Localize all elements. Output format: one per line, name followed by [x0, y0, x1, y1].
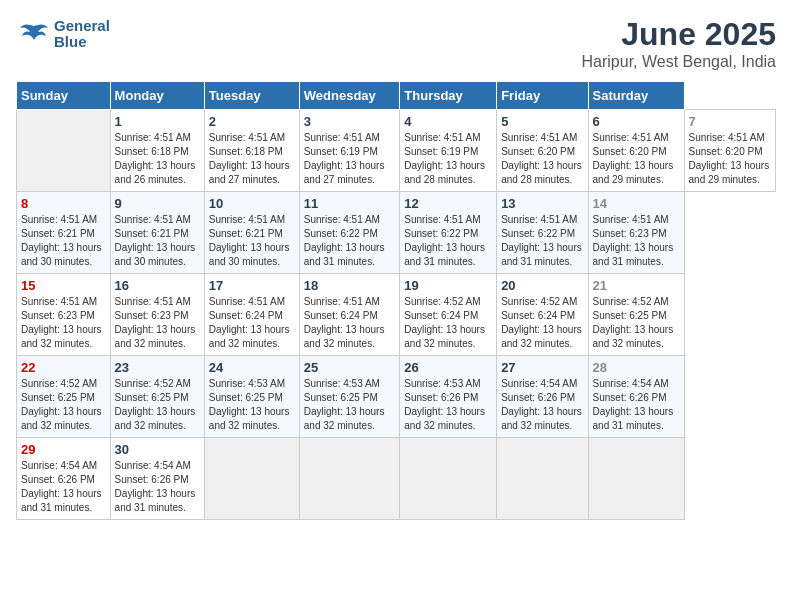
- day-number: 30: [115, 442, 200, 457]
- day-number: 23: [115, 360, 200, 375]
- day-info: Sunrise: 4:51 AMSunset: 6:24 PMDaylight:…: [209, 295, 295, 351]
- calendar-cell: 1Sunrise: 4:51 AMSunset: 6:18 PMDaylight…: [110, 110, 204, 192]
- weekday-header-thursday: Thursday: [400, 82, 497, 110]
- day-number: 6: [593, 114, 680, 129]
- day-number: 3: [304, 114, 396, 129]
- day-info: Sunrise: 4:51 AMSunset: 6:19 PMDaylight:…: [304, 131, 396, 187]
- weekday-header-row: SundayMondayTuesdayWednesdayThursdayFrid…: [17, 82, 776, 110]
- location-title: Haripur, West Bengal, India: [582, 53, 776, 71]
- week-row-4: 22Sunrise: 4:52 AMSunset: 6:25 PMDayligh…: [17, 356, 776, 438]
- calendar-cell: 18Sunrise: 4:51 AMSunset: 6:24 PMDayligh…: [299, 274, 400, 356]
- calendar-cell: 27Sunrise: 4:54 AMSunset: 6:26 PMDayligh…: [497, 356, 588, 438]
- day-info: Sunrise: 4:51 AMSunset: 6:18 PMDaylight:…: [209, 131, 295, 187]
- day-number: 5: [501, 114, 583, 129]
- calendar-cell: 11Sunrise: 4:51 AMSunset: 6:22 PMDayligh…: [299, 192, 400, 274]
- day-number: 7: [689, 114, 771, 129]
- day-info: Sunrise: 4:51 AMSunset: 6:21 PMDaylight:…: [209, 213, 295, 269]
- day-number: 2: [209, 114, 295, 129]
- logo-general: General: [54, 18, 110, 35]
- logo-bird-icon: [16, 16, 52, 52]
- day-number: 13: [501, 196, 583, 211]
- day-number: 20: [501, 278, 583, 293]
- calendar-cell: 17Sunrise: 4:51 AMSunset: 6:24 PMDayligh…: [204, 274, 299, 356]
- calendar-cell: 9Sunrise: 4:51 AMSunset: 6:21 PMDaylight…: [110, 192, 204, 274]
- day-info: Sunrise: 4:54 AMSunset: 6:26 PMDaylight:…: [115, 459, 200, 515]
- calendar-cell: 2Sunrise: 4:51 AMSunset: 6:18 PMDaylight…: [204, 110, 299, 192]
- day-info: Sunrise: 4:54 AMSunset: 6:26 PMDaylight:…: [21, 459, 106, 515]
- day-info: Sunrise: 4:53 AMSunset: 6:25 PMDaylight:…: [304, 377, 396, 433]
- month-title: June 2025: [582, 16, 776, 53]
- calendar-cell: 20Sunrise: 4:52 AMSunset: 6:24 PMDayligh…: [497, 274, 588, 356]
- day-number: 19: [404, 278, 492, 293]
- calendar-cell: 12Sunrise: 4:51 AMSunset: 6:22 PMDayligh…: [400, 192, 497, 274]
- day-info: Sunrise: 4:51 AMSunset: 6:21 PMDaylight:…: [115, 213, 200, 269]
- day-number: 15: [21, 278, 106, 293]
- calendar-cell: [299, 438, 400, 520]
- calendar-cell: 28Sunrise: 4:54 AMSunset: 6:26 PMDayligh…: [588, 356, 684, 438]
- title-area: June 2025 Haripur, West Bengal, India: [582, 16, 776, 71]
- day-number: 29: [21, 442, 106, 457]
- calendar-cell: 10Sunrise: 4:51 AMSunset: 6:21 PMDayligh…: [204, 192, 299, 274]
- calendar-cell: 21Sunrise: 4:52 AMSunset: 6:25 PMDayligh…: [588, 274, 684, 356]
- calendar-cell: 29Sunrise: 4:54 AMSunset: 6:26 PMDayligh…: [17, 438, 111, 520]
- week-row-2: 8Sunrise: 4:51 AMSunset: 6:21 PMDaylight…: [17, 192, 776, 274]
- calendar-cell: 7Sunrise: 4:51 AMSunset: 6:20 PMDaylight…: [684, 110, 775, 192]
- day-number: 25: [304, 360, 396, 375]
- day-info: Sunrise: 4:52 AMSunset: 6:24 PMDaylight:…: [501, 295, 583, 351]
- calendar-cell: 25Sunrise: 4:53 AMSunset: 6:25 PMDayligh…: [299, 356, 400, 438]
- day-number: 27: [501, 360, 583, 375]
- page-header: General Blue June 2025 Haripur, West Ben…: [16, 16, 776, 71]
- day-info: Sunrise: 4:51 AMSunset: 6:21 PMDaylight:…: [21, 213, 106, 269]
- weekday-header-saturday: Saturday: [588, 82, 684, 110]
- day-info: Sunrise: 4:51 AMSunset: 6:23 PMDaylight:…: [21, 295, 106, 351]
- day-number: 22: [21, 360, 106, 375]
- weekday-header-sunday: Sunday: [17, 82, 111, 110]
- day-number: 1: [115, 114, 200, 129]
- calendar-cell: 4Sunrise: 4:51 AMSunset: 6:19 PMDaylight…: [400, 110, 497, 192]
- day-info: Sunrise: 4:51 AMSunset: 6:22 PMDaylight:…: [304, 213, 396, 269]
- day-info: Sunrise: 4:51 AMSunset: 6:22 PMDaylight:…: [404, 213, 492, 269]
- day-info: Sunrise: 4:54 AMSunset: 6:26 PMDaylight:…: [501, 377, 583, 433]
- day-info: Sunrise: 4:52 AMSunset: 6:24 PMDaylight:…: [404, 295, 492, 351]
- weekday-header-monday: Monday: [110, 82, 204, 110]
- calendar-cell: 19Sunrise: 4:52 AMSunset: 6:24 PMDayligh…: [400, 274, 497, 356]
- calendar-cell: 5Sunrise: 4:51 AMSunset: 6:20 PMDaylight…: [497, 110, 588, 192]
- calendar-cell-empty: [17, 110, 111, 192]
- day-number: 28: [593, 360, 680, 375]
- day-number: 11: [304, 196, 396, 211]
- day-number: 14: [593, 196, 680, 211]
- weekday-header-tuesday: Tuesday: [204, 82, 299, 110]
- day-info: Sunrise: 4:51 AMSunset: 6:19 PMDaylight:…: [404, 131, 492, 187]
- week-row-3: 15Sunrise: 4:51 AMSunset: 6:23 PMDayligh…: [17, 274, 776, 356]
- weekday-header-friday: Friday: [497, 82, 588, 110]
- day-info: Sunrise: 4:51 AMSunset: 6:20 PMDaylight:…: [501, 131, 583, 187]
- calendar-cell: 15Sunrise: 4:51 AMSunset: 6:23 PMDayligh…: [17, 274, 111, 356]
- logo: General Blue: [16, 16, 110, 52]
- day-number: 9: [115, 196, 200, 211]
- day-number: 26: [404, 360, 492, 375]
- day-number: 10: [209, 196, 295, 211]
- day-number: 18: [304, 278, 396, 293]
- day-info: Sunrise: 4:53 AMSunset: 6:25 PMDaylight:…: [209, 377, 295, 433]
- day-info: Sunrise: 4:51 AMSunset: 6:20 PMDaylight:…: [689, 131, 771, 187]
- weekday-header-wednesday: Wednesday: [299, 82, 400, 110]
- calendar-cell: [497, 438, 588, 520]
- day-number: 17: [209, 278, 295, 293]
- day-info: Sunrise: 4:51 AMSunset: 6:23 PMDaylight:…: [115, 295, 200, 351]
- week-row-5: 29Sunrise: 4:54 AMSunset: 6:26 PMDayligh…: [17, 438, 776, 520]
- day-info: Sunrise: 4:51 AMSunset: 6:22 PMDaylight:…: [501, 213, 583, 269]
- calendar-cell: 26Sunrise: 4:53 AMSunset: 6:26 PMDayligh…: [400, 356, 497, 438]
- day-info: Sunrise: 4:51 AMSunset: 6:18 PMDaylight:…: [115, 131, 200, 187]
- day-number: 12: [404, 196, 492, 211]
- logo-text: General Blue: [16, 16, 110, 52]
- logo-blue: Blue: [54, 34, 110, 51]
- calendar-cell: 6Sunrise: 4:51 AMSunset: 6:20 PMDaylight…: [588, 110, 684, 192]
- week-row-1: 1Sunrise: 4:51 AMSunset: 6:18 PMDaylight…: [17, 110, 776, 192]
- day-info: Sunrise: 4:54 AMSunset: 6:26 PMDaylight:…: [593, 377, 680, 433]
- day-number: 21: [593, 278, 680, 293]
- day-info: Sunrise: 4:52 AMSunset: 6:25 PMDaylight:…: [593, 295, 680, 351]
- calendar-cell: 16Sunrise: 4:51 AMSunset: 6:23 PMDayligh…: [110, 274, 204, 356]
- day-number: 24: [209, 360, 295, 375]
- day-info: Sunrise: 4:52 AMSunset: 6:25 PMDaylight:…: [115, 377, 200, 433]
- day-number: 8: [21, 196, 106, 211]
